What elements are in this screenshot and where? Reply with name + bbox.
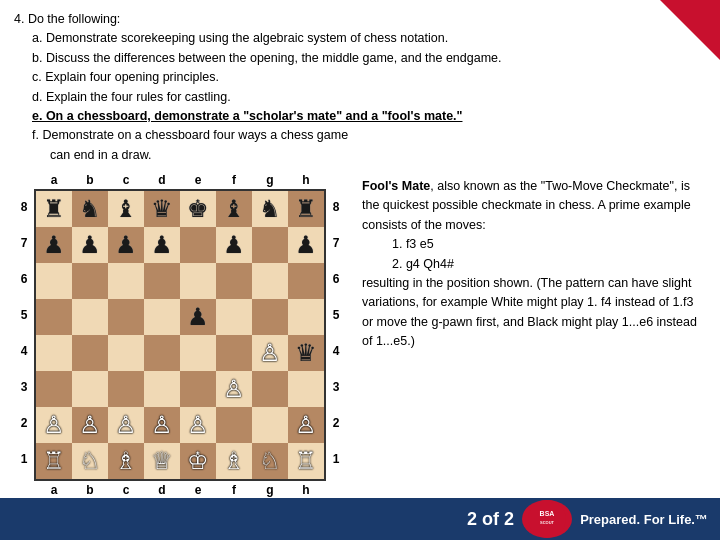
instruction-c: c. Explain four opening principles.	[32, 68, 706, 87]
instruction-f2: can end in a draw.	[50, 146, 706, 165]
chess-cell	[108, 335, 144, 371]
row-label: 6	[326, 261, 346, 297]
instruction-f1: f. Demonstrate on a chessboard four ways…	[32, 126, 706, 145]
fools-mate-title: Fool's Mate	[362, 179, 430, 193]
board-labels-top: abcdefgh	[36, 173, 324, 187]
board-main: 87654321 ♜♞♝♛♚♝♞♜♟♟♟♟♟♟♟♙♛♙♙♙♙♙♙♙♖♘♗♕♔♗♘…	[14, 189, 346, 481]
chess-cell: ♝	[108, 191, 144, 227]
move1: 1. f3 e5	[392, 235, 706, 254]
chess-cell	[108, 299, 144, 335]
chess-cell	[252, 227, 288, 263]
chess-cell	[72, 263, 108, 299]
row-labels-right: 87654321	[326, 189, 346, 481]
svg-point-0	[528, 500, 566, 538]
svg-text:BSA: BSA	[540, 510, 555, 517]
chess-cell	[72, 335, 108, 371]
chess-cell	[180, 371, 216, 407]
col-label: g	[252, 173, 288, 187]
row-label: 5	[14, 297, 34, 333]
chess-cell	[216, 407, 252, 443]
chess-cell	[252, 263, 288, 299]
chess-cell: ♘	[252, 443, 288, 479]
col-label: a	[36, 483, 72, 497]
chess-cell	[288, 371, 324, 407]
chess-cell: ♔	[180, 443, 216, 479]
chess-grid: ♜♞♝♛♚♝♞♜♟♟♟♟♟♟♟♙♛♙♙♙♙♙♙♙♖♘♗♕♔♗♘♖	[34, 189, 326, 481]
row-label: 1	[14, 441, 34, 477]
chess-cell	[288, 299, 324, 335]
row-label: 7	[326, 225, 346, 261]
row-label: 5	[326, 297, 346, 333]
col-label: b	[72, 483, 108, 497]
chess-cell: ♟	[108, 227, 144, 263]
col-label: f	[216, 483, 252, 497]
col-label: d	[144, 173, 180, 187]
row-label: 4	[14, 333, 34, 369]
chess-cell	[36, 335, 72, 371]
chess-cell	[144, 263, 180, 299]
col-label: e	[180, 483, 216, 497]
chess-cell: ♝	[216, 191, 252, 227]
row-label: 3	[326, 369, 346, 405]
prepared-text: Prepared. For Life.™	[580, 512, 708, 527]
col-label: h	[288, 483, 324, 497]
chess-cell	[252, 407, 288, 443]
chess-cell: ♙	[252, 335, 288, 371]
chess-cell: ♙	[288, 407, 324, 443]
chess-cell	[288, 263, 324, 299]
row-label: 7	[14, 225, 34, 261]
chess-cell: ♟	[216, 227, 252, 263]
row-label: 6	[14, 261, 34, 297]
main-content: 4. Do the following: a. Demonstrate scor…	[0, 0, 720, 497]
svg-text:SCOUT: SCOUT	[540, 520, 555, 525]
chess-cell: ♕	[144, 443, 180, 479]
item-4-header: 4. Do the following:	[14, 12, 120, 26]
chess-cell	[180, 263, 216, 299]
instruction-a: a. Demonstrate scorekeeping using the al…	[32, 29, 706, 48]
chess-cell: ♙	[72, 407, 108, 443]
row-label: 8	[326, 189, 346, 225]
chess-cell	[36, 299, 72, 335]
col-label: c	[108, 173, 144, 187]
row-label: 8	[14, 189, 34, 225]
move2: 2. g4 Qh4#	[392, 255, 706, 274]
chess-cell: ♛	[288, 335, 324, 371]
row-label: 2	[326, 405, 346, 441]
footer: 2 of 2 BSA SCOUT Prepared. For Life.™	[0, 498, 720, 540]
chess-cell	[216, 263, 252, 299]
chess-cell: ♟	[36, 227, 72, 263]
chess-cell	[180, 227, 216, 263]
row-label: 4	[326, 333, 346, 369]
chess-cell: ♟	[72, 227, 108, 263]
description-area: Fool's Mate, also known as the "Two-Move…	[362, 173, 706, 497]
chess-cell	[36, 371, 72, 407]
chess-cell: ♖	[288, 443, 324, 479]
chess-cell	[144, 335, 180, 371]
chess-cell: ♙	[36, 407, 72, 443]
bsa-logo: BSA SCOUT	[522, 500, 572, 538]
chess-cell: ♗	[108, 443, 144, 479]
chess-cell	[180, 335, 216, 371]
instruction-e: e. On a chessboard, demonstrate a "schol…	[32, 107, 706, 126]
instruction-b: b. Discuss the differences between the o…	[32, 49, 706, 68]
chess-cell: ♙	[180, 407, 216, 443]
col-label: b	[72, 173, 108, 187]
row-labels-left: 87654321	[14, 189, 34, 481]
row-label: 2	[14, 405, 34, 441]
row-label: 1	[326, 441, 346, 477]
chess-cell	[36, 263, 72, 299]
chess-cell: ♜	[36, 191, 72, 227]
instruction-d: d. Explain the four rules for castling.	[32, 88, 706, 107]
chess-cell: ♞	[72, 191, 108, 227]
chess-cell	[252, 371, 288, 407]
instructions: 4. Do the following: a. Demonstrate scor…	[14, 10, 706, 165]
footer-right: 2 of 2 BSA SCOUT Prepared. For Life.™	[467, 500, 708, 538]
col-label: g	[252, 483, 288, 497]
chess-cell: ♙	[216, 371, 252, 407]
col-label: d	[144, 483, 180, 497]
chess-cell: ♟	[288, 227, 324, 263]
chess-cell: ♙	[144, 407, 180, 443]
chess-cell: ♖	[36, 443, 72, 479]
chess-cell	[216, 335, 252, 371]
col-label: h	[288, 173, 324, 187]
